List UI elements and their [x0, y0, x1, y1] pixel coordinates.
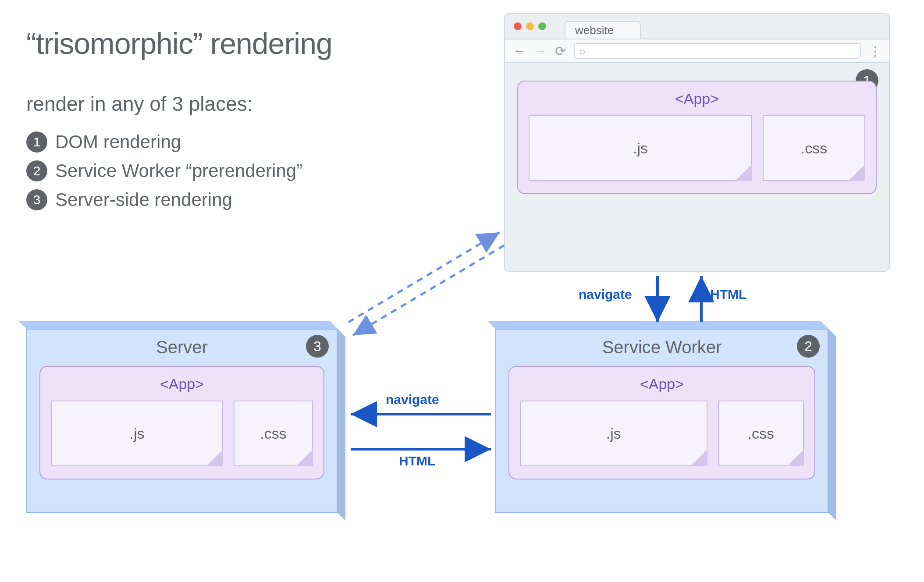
diagram-title: “trisomorphic” rendering	[26, 26, 332, 60]
reload-icon: ⟳	[555, 43, 566, 59]
maximize-icon	[538, 22, 546, 30]
list-badge-3: 3	[26, 189, 47, 210]
list-item: 1 DOM rendering	[26, 131, 302, 153]
file-js-label: .js	[130, 425, 145, 442]
app-card: <App> .js .css	[508, 366, 815, 479]
file-js-label: .js	[606, 425, 621, 442]
tab-label: website	[575, 24, 614, 37]
app-card: <App> .js .css	[39, 366, 324, 479]
places-list: 1 DOM rendering 2 Service Worker “preren…	[26, 131, 302, 218]
browser-tabbar: website	[505, 14, 889, 39]
url-bar: ⌕	[574, 43, 861, 59]
arrow-label-navigate-left: navigate	[386, 392, 439, 407]
server-panel: Server 3 <App> .js .css	[26, 329, 338, 513]
page-fold-icon	[295, 449, 313, 466]
page-fold-icon	[206, 449, 223, 466]
file-js-label: .js	[633, 140, 648, 157]
sw-badge: 2	[797, 335, 820, 358]
arrow-browser-to-server-dashed	[353, 245, 504, 335]
page-fold-icon	[690, 449, 707, 466]
forward-icon: →	[534, 43, 547, 58]
list-label: DOM rendering	[55, 131, 181, 153]
server-badge: 3	[306, 335, 329, 358]
service-worker-panel: Service Worker 2 <App> .js .css	[495, 329, 828, 513]
app-card: <App> .js .css	[517, 81, 877, 194]
minimize-icon	[526, 22, 534, 30]
arrow-label-html-up: HTML	[710, 287, 746, 302]
back-icon: ←	[513, 43, 526, 58]
arrow-label-navigate-down: navigate	[579, 287, 632, 302]
list-label: Server-side rendering	[55, 189, 232, 210]
list-label: Service Worker “prerendering”	[55, 160, 302, 181]
file-css-label: .css	[260, 425, 286, 442]
browser-viewport: <App> .js .css	[505, 63, 889, 206]
close-icon	[514, 22, 522, 30]
arrow-label-html-right: HTML	[399, 454, 435, 468]
file-css: .css	[234, 401, 313, 466]
file-js: .js	[529, 115, 752, 181]
search-icon: ⌕	[579, 45, 585, 57]
file-css: .css	[763, 115, 865, 181]
page-fold-icon	[848, 163, 865, 181]
file-css-label: .css	[801, 140, 827, 157]
traffic-lights	[514, 22, 546, 30]
menu-icon: ⋮	[869, 43, 881, 59]
file-css-label: .css	[748, 425, 774, 442]
app-title: <App>	[520, 374, 804, 401]
list-badge-2: 2	[26, 160, 47, 181]
diagram-subtitle: render in any of 3 places:	[26, 92, 253, 116]
file-js: .js	[51, 401, 223, 466]
app-title: <App>	[529, 89, 865, 115]
file-css: .css	[718, 401, 804, 466]
arrow-server-to-browser-dashed	[348, 232, 500, 322]
list-item: 3 Server-side rendering	[26, 189, 302, 210]
sw-title: Service Worker	[496, 330, 828, 362]
app-title: <App>	[51, 374, 313, 401]
browser-window: website ← → ⟳ ⌕ ⋮ 1 <App> .js .css	[504, 13, 890, 272]
list-item: 2 Service Worker “prerendering”	[26, 160, 302, 181]
server-title: Server	[27, 330, 337, 362]
file-js: .js	[520, 401, 707, 466]
page-fold-icon	[786, 449, 804, 466]
browser-tab: website	[565, 21, 641, 39]
page-fold-icon	[735, 163, 752, 181]
browser-toolbar: ← → ⟳ ⌕ ⋮	[505, 39, 889, 63]
list-badge-1: 1	[26, 131, 47, 153]
